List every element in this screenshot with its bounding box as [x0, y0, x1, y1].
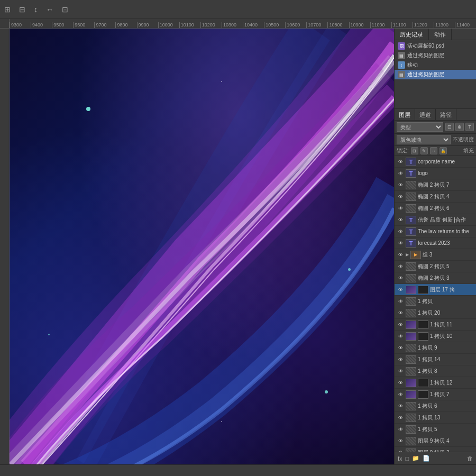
group-arrow[interactable]: ▶	[406, 252, 409, 257]
history-item-icon: ▤	[398, 52, 405, 59]
layer-visibility-toggle[interactable]: 👁	[397, 216, 404, 224]
tab-history[interactable]: 历史记录	[395, 29, 429, 40]
layer-name: 组 3	[423, 251, 474, 259]
layer-item[interactable]: 👁1 拷贝 9	[395, 342, 476, 354]
toolbar-icon-5[interactable]: ⊡	[62, 5, 68, 14]
blend-mode-select[interactable]: 颜色减淡	[397, 135, 451, 144]
layer-visibility-toggle[interactable]: 👁	[397, 368, 404, 375]
history-item[interactable]: ↕移动	[395, 60, 476, 70]
layer-filter-icons: ⊡ ⊕ T	[445, 123, 474, 131]
toolbar-icon-4[interactable]: ↔	[46, 5, 53, 14]
ruler-corner	[0, 19, 10, 29]
layer-visibility-toggle[interactable]: 👁	[397, 344, 404, 352]
tab-actions[interactable]: 动作	[429, 29, 452, 40]
layer-item[interactable]: 👁图层 9 拷贝 4	[395, 435, 476, 447]
layer-item[interactable]: 👁1 拷贝 5	[395, 424, 476, 435]
layer-item[interactable]: 👁1 拷贝 13	[395, 412, 476, 424]
layer-item[interactable]: 👁1 拷贝 6	[395, 400, 476, 412]
layer-visibility-toggle[interactable]: 👁	[397, 414, 404, 422]
history-item-icon: ▤	[398, 71, 405, 78]
layer-visibility-toggle[interactable]: 👁	[397, 181, 404, 189]
layer-item[interactable]: 👁椭圆 2 拷贝 6	[395, 203, 476, 214]
star-3	[325, 390, 328, 393]
fx-button[interactable]: fx	[398, 455, 402, 462]
layer-item[interactable]: 👁1 拷贝 8	[395, 365, 476, 377]
add-style-button[interactable]: □	[406, 455, 409, 462]
layer-thumbnail: T	[406, 216, 416, 224]
layer-visibility-toggle[interactable]: 👁	[397, 333, 404, 340]
layer-item[interactable]: 👁图层 17 拷	[395, 284, 476, 296]
layer-name: 1 拷贝 12	[430, 379, 474, 387]
tab-channels[interactable]: 通道	[415, 109, 436, 120]
layer-visibility-toggle[interactable]: 👁	[397, 426, 404, 433]
filter-icon-2[interactable]: ⊕	[455, 123, 464, 131]
main-area: 历史记录 动作 🖼活动展板60.psd▤通过拷贝的图层↕移动▤通过拷贝的图层 图…	[0, 29, 476, 464]
layer-item[interactable]: 👁TThe law returns to the	[395, 226, 476, 237]
ruler-row: 9300940095009600970098009900100001010010…	[0, 19, 476, 29]
history-item-label: 活动展板60.psd	[407, 42, 444, 50]
layer-item[interactable]: 👁1 拷贝 11	[395, 319, 476, 331]
toolbar-icon-3[interactable]: ↕	[34, 5, 38, 14]
layer-item[interactable]: 👁1 拷贝 7	[395, 389, 476, 400]
layer-item[interactable]: 👁T信誉 品质 创新 |合作	[395, 214, 476, 226]
layer-item[interactable]: 👁Tcorporate name	[395, 156, 476, 168]
layer-visibility-toggle[interactable]: 👁	[397, 298, 404, 305]
ruler-tick: 10700	[306, 22, 327, 28]
layer-type-select[interactable]: 类型	[397, 122, 443, 132]
history-item[interactable]: ▤通过拷贝的图层	[395, 51, 476, 60]
lock-pixels-btn[interactable]: ⊡	[411, 147, 418, 154]
layer-visibility-toggle[interactable]: 👁	[397, 274, 404, 282]
layer-mask-thumbnail	[418, 379, 428, 387]
layer-visibility-toggle[interactable]: 👁	[397, 263, 404, 270]
layer-thumbnail	[406, 437, 416, 445]
layer-visibility-toggle[interactable]: 👁	[397, 286, 404, 294]
layer-item[interactable]: 👁1 拷贝	[395, 296, 476, 307]
layer-visibility-toggle[interactable]: 👁	[397, 170, 404, 177]
layer-item[interactable]: 👁Tforecast 2023	[395, 237, 476, 249]
layer-visibility-toggle[interactable]: 👁	[397, 309, 404, 317]
layer-thumbnail	[406, 414, 416, 422]
layer-item[interactable]: 👁椭圆 2 拷贝 4	[395, 191, 476, 203]
layer-item[interactable]: 👁1 拷贝 14	[395, 354, 476, 365]
layer-item[interactable]: 👁1 拷贝 12	[395, 377, 476, 389]
toolbar-icon-2[interactable]: ⊟	[19, 5, 25, 14]
ruler-tick: 10900	[349, 22, 370, 28]
layer-visibility-toggle[interactable]: 👁	[397, 251, 404, 259]
layer-item[interactable]: 👁1 拷贝 20	[395, 307, 476, 319]
layer-visibility-toggle[interactable]: 👁	[397, 321, 404, 328]
layer-visibility-toggle[interactable]: 👁	[397, 379, 404, 387]
layer-item[interactable]: 👁1 拷贝 10	[395, 331, 476, 342]
lock-move-btn[interactable]: ↔	[430, 147, 437, 154]
layer-visibility-toggle[interactable]: 👁	[397, 437, 404, 445]
layer-visibility-toggle[interactable]: 👁	[397, 356, 404, 363]
layer-visibility-toggle[interactable]: 👁	[397, 402, 404, 410]
layer-visibility-toggle[interactable]: 👁	[397, 205, 404, 212]
history-item[interactable]: ▤通过拷贝的图层	[395, 70, 476, 79]
lock-all-btn[interactable]: 🔒	[440, 147, 447, 154]
layer-visibility-toggle[interactable]: 👁	[397, 391, 404, 398]
new-group-button[interactable]: 📁	[412, 455, 419, 462]
delete-layer-button[interactable]: 🗑	[467, 455, 473, 462]
layer-item[interactable]: 👁椭圆 2 拷贝 7	[395, 179, 476, 191]
filter-icon-1[interactable]: ⊡	[445, 123, 454, 131]
history-item-label: 通过拷贝的图层	[407, 71, 444, 78]
layer-thumbnail	[406, 390, 416, 399]
layer-visibility-toggle[interactable]: 👁	[397, 193, 404, 200]
layer-name: logo	[418, 170, 474, 176]
ruler-tick: 9700	[94, 22, 115, 28]
layer-item[interactable]: 👁▶▶组 3	[395, 249, 476, 261]
layer-item[interactable]: 👁椭圆 2 拷贝 5	[395, 261, 476, 272]
history-item[interactable]: 🖼活动展板60.psd	[395, 41, 476, 51]
layer-item[interactable]: 👁Tlogo	[395, 168, 476, 179]
layer-item[interactable]: 👁椭圆 2 拷贝 3	[395, 272, 476, 284]
toolbar-icon-1[interactable]: ⊞	[4, 5, 11, 14]
tab-layers[interactable]: 图层	[395, 109, 415, 120]
filter-icon-3[interactable]: T	[465, 123, 474, 131]
new-layer-button[interactable]: 📄	[423, 455, 430, 462]
layer-visibility-toggle[interactable]: 👁	[397, 158, 404, 166]
lock-pos-btn[interactable]: ✎	[420, 147, 428, 154]
layer-visibility-toggle[interactable]: 👁	[397, 228, 404, 235]
layer-item[interactable]: 👁图层 9 拷贝 3	[395, 447, 476, 452]
layer-visibility-toggle[interactable]: 👁	[397, 240, 404, 247]
tab-paths[interactable]: 路径	[436, 109, 456, 120]
